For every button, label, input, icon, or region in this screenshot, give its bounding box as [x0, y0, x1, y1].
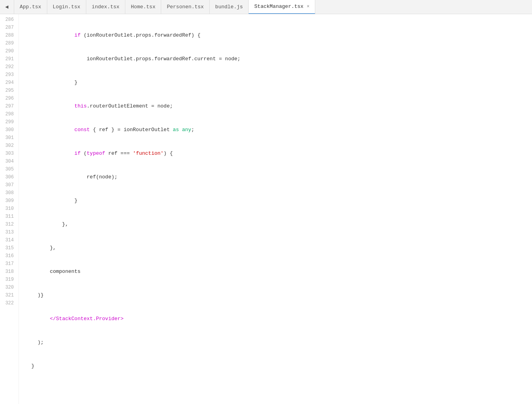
- code-line-299: );: [25, 339, 532, 347]
- tab-label: StackManager.tsx: [254, 4, 303, 9]
- tab-bundle[interactable]: bundle.js: [210, 0, 249, 14]
- code-line-291: if (typeof ref === 'function') {: [25, 150, 532, 158]
- code-line-296: components: [25, 268, 532, 276]
- code-line-289: this.routerOutletElement = node;: [25, 102, 532, 110]
- code-line-288: }: [25, 79, 532, 87]
- code-line-293: }: [25, 197, 532, 205]
- code-line-286: if (ionRouterOutlet.props.forwardedRef) …: [25, 32, 532, 39]
- tab-nav-button[interactable]: ◄: [0, 0, 14, 14]
- code-line-298: </StackContext.Provider>: [25, 315, 532, 323]
- code-line-297: )}: [25, 291, 532, 299]
- tab-index[interactable]: index.tsx: [86, 0, 125, 14]
- tab-login[interactable]: Login.tsx: [47, 0, 86, 14]
- line-numbers: 286 287 288 289 290 291 292 293 294 295 …: [0, 14, 19, 404]
- code-line-292: ref(node);: [25, 173, 532, 181]
- tab-label: Home.tsx: [131, 4, 155, 10]
- tab-label: App.tsx: [20, 4, 41, 10]
- code-line-287: ionRouterOutlet.props.forwardedRef.curre…: [25, 55, 532, 63]
- code-line-290: const { ref } = ionRouterOutlet as any;: [25, 126, 532, 134]
- tab-label: bundle.js: [215, 4, 243, 10]
- tab-bar: ◄ App.tsx Login.tsx index.tsx Home.tsx P…: [0, 0, 532, 14]
- tab-close-icon[interactable]: ×: [307, 4, 309, 9]
- tab-stackmanager[interactable]: StackManager.tsx ×: [249, 0, 315, 14]
- code-line-294: },: [25, 221, 532, 228]
- tab-label: Login.tsx: [53, 4, 80, 10]
- tab-label: index.tsx: [92, 4, 119, 10]
- code-content[interactable]: if (ionRouterOutlet.props.forwardedRef) …: [19, 14, 532, 404]
- tab-home[interactable]: Home.tsx: [125, 0, 161, 14]
- code-line-301: [25, 386, 532, 394]
- code-editor[interactable]: 286 287 288 289 290 291 292 293 294 295 …: [0, 14, 532, 404]
- tab-personen[interactable]: Personen.tsx: [161, 0, 210, 14]
- tab-label: Personen.tsx: [167, 4, 204, 10]
- tab-app[interactable]: App.tsx: [14, 0, 47, 14]
- code-line-295: },: [25, 244, 532, 252]
- code-line-300: }: [25, 362, 532, 370]
